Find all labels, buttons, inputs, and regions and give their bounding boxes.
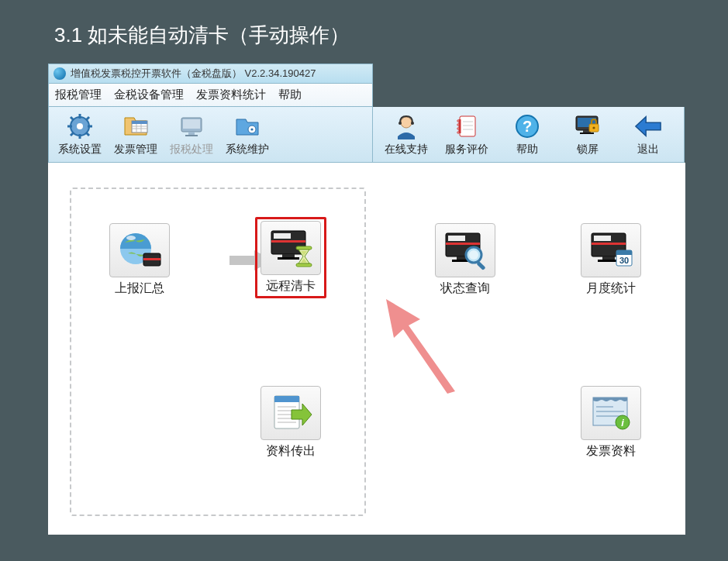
status-query-tile[interactable]: 状态查询 <box>430 223 501 297</box>
toolbar-left: 系统设置 发票管理 <box>48 107 373 163</box>
svg-rect-62 <box>592 243 626 245</box>
menu-bar: 报税管理 金税设备管理 发票资料统计 帮助 <box>48 84 373 107</box>
system-settings-button[interactable]: 系统设置 <box>52 109 108 160</box>
folder-calendar-icon <box>122 112 150 140</box>
folder-gear-icon <box>233 112 261 140</box>
report-summary-tile[interactable]: 上报汇总 <box>104 223 175 297</box>
svg-point-23 <box>399 122 402 125</box>
svg-point-29 <box>457 128 459 129</box>
svg-rect-11 <box>132 121 147 124</box>
svg-text:30: 30 <box>619 256 629 265</box>
toolbar-row: 系统设置 发票管理 <box>48 107 685 163</box>
svg-rect-39 <box>580 133 594 134</box>
svg-rect-49 <box>282 254 295 257</box>
monitor-icon <box>178 112 205 140</box>
service-rating-button[interactable]: 服务评价 <box>436 109 497 160</box>
svg-text:?: ? <box>523 118 532 135</box>
svg-rect-25 <box>460 116 475 136</box>
svg-rect-60 <box>476 261 485 270</box>
svg-point-9 <box>77 123 83 129</box>
help-button[interactable]: ? 帮助 <box>497 109 557 160</box>
highlight-box: 远程清卡 <box>255 217 326 298</box>
tile-box: i <box>581 386 641 440</box>
svg-point-21 <box>250 128 253 130</box>
toolbar-label: 锁屏 <box>577 143 599 157</box>
receipt-info-icon: i <box>588 393 633 433</box>
data-export-tile[interactable]: 资料传出 <box>255 386 326 459</box>
monitor-hourglass-icon <box>268 228 313 268</box>
remote-clear-tile[interactable]: 远程清卡 <box>255 217 326 298</box>
tile-box <box>435 223 495 277</box>
annotation-arrow-icon <box>381 294 467 395</box>
svg-point-22 <box>401 117 412 128</box>
monitor-lock-icon <box>574 112 602 140</box>
svg-text:i: i <box>621 417 624 428</box>
svg-point-59 <box>469 250 478 260</box>
doc-export-icon <box>268 393 313 433</box>
svg-rect-50 <box>278 257 299 260</box>
svg-line-6 <box>86 133 89 136</box>
help-icon: ? <box>513 112 541 140</box>
invoice-manage-button[interactable]: 发票管理 <box>108 109 164 160</box>
lock-screen-button[interactable]: 锁屏 <box>557 109 618 160</box>
tile-label: 远程清卡 <box>259 278 323 294</box>
svg-point-43 <box>126 236 136 240</box>
toolbar-right: 在线支持 服务评价 ? <box>373 107 685 163</box>
svg-rect-45 <box>143 258 160 260</box>
menu-help[interactable]: 帮助 <box>278 88 302 102</box>
toolbar-label: 系统维护 <box>226 143 269 157</box>
invoice-data-tile[interactable]: i 发票资料 <box>575 386 647 459</box>
monthly-stats-tile[interactable]: 30 月度统计 <box>575 223 647 297</box>
svg-rect-54 <box>446 243 480 245</box>
svg-point-27 <box>457 120 459 122</box>
monitor-day-icon: 30 <box>588 230 633 270</box>
system-maint-button[interactable]: 系统维护 <box>219 109 275 160</box>
content-area: 上报汇总 <box>48 163 685 535</box>
toolbar-label: 服务评价 <box>445 143 488 157</box>
menu-device-manage[interactable]: 金税设备管理 <box>114 88 184 102</box>
title-bar: 增值税发票税控开票软件（金税盘版） V2.2.34.190427 <box>48 64 373 84</box>
svg-rect-48 <box>274 233 291 239</box>
svg-line-7 <box>86 117 89 120</box>
notebook-icon <box>453 112 481 140</box>
toolbar-label: 发票管理 <box>114 143 157 157</box>
tax-report-button[interactable]: 报税处理 <box>164 109 219 160</box>
tile-box <box>260 386 321 440</box>
toolbar-label: 退出 <box>637 143 659 157</box>
svg-line-5 <box>71 117 74 120</box>
tile-label: 状态查询 <box>430 280 501 297</box>
svg-rect-19 <box>185 135 198 136</box>
svg-rect-55 <box>448 236 465 241</box>
svg-rect-52 <box>296 263 312 267</box>
arrow-left-icon <box>634 112 662 140</box>
svg-rect-67 <box>616 250 632 255</box>
svg-point-24 <box>411 122 414 125</box>
online-support-button[interactable]: 在线支持 <box>376 109 436 160</box>
svg-point-30 <box>457 132 459 133</box>
tile-label: 上报汇总 <box>104 280 175 297</box>
svg-rect-18 <box>188 132 195 135</box>
svg-rect-47 <box>271 240 305 243</box>
globe-card-icon <box>117 230 162 270</box>
toolbar-label: 在线支持 <box>385 143 428 157</box>
toolbar-label: 报税处理 <box>170 143 213 157</box>
svg-rect-17 <box>183 119 200 129</box>
tile-label: 资料传出 <box>255 443 326 459</box>
person-headset-icon <box>392 112 420 140</box>
menu-invoice-stats[interactable]: 发票资料统计 <box>196 88 266 102</box>
exit-button[interactable]: 退出 <box>618 109 678 160</box>
tile-label: 月度统计 <box>575 280 647 297</box>
app-window: 增值税发票税控开票软件（金税盘版） V2.2.34.190427 报税管理 金税… <box>48 64 685 163</box>
svg-rect-63 <box>594 236 611 241</box>
tile-box <box>260 221 321 275</box>
tile-box: 30 <box>581 223 641 277</box>
toolbar-label: 系统设置 <box>58 143 102 157</box>
svg-line-8 <box>71 133 74 136</box>
svg-point-41 <box>592 126 595 129</box>
tile-label: 发票资料 <box>575 443 647 459</box>
svg-rect-70 <box>274 396 299 402</box>
menu-tax-manage[interactable]: 报税管理 <box>55 88 102 102</box>
svg-point-28 <box>457 124 459 126</box>
svg-rect-51 <box>296 246 312 250</box>
tile-box <box>109 223 170 277</box>
